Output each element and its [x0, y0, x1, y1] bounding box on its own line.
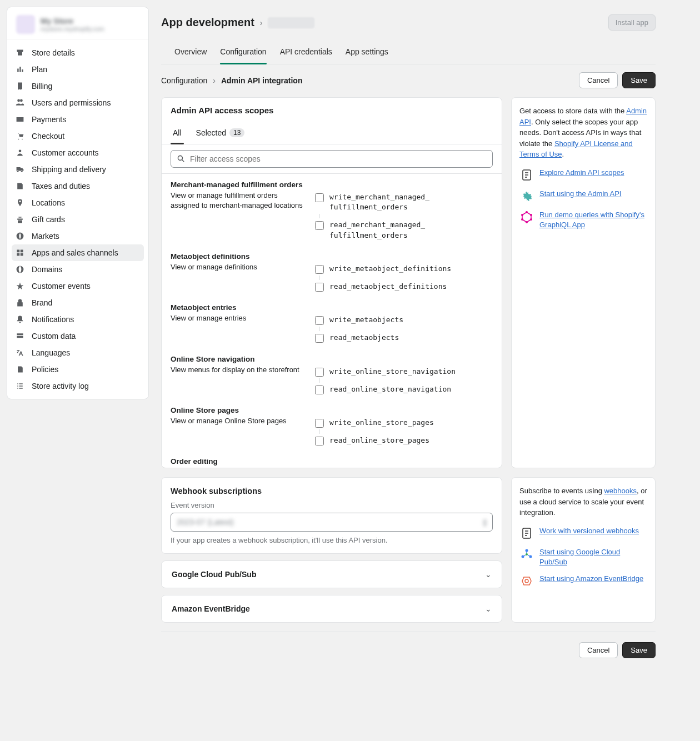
scope-tab-all[interactable]: All	[171, 123, 184, 144]
help-link[interactable]: Explore Admin API scopes	[539, 168, 624, 178]
sidebar-item-custom-data[interactable]: Custom data	[7, 328, 148, 344]
sidebar-item-apps-and-sales-channels[interactable]: Apps and sales channels	[12, 244, 144, 261]
sidebar-item-plan[interactable]: Plan	[7, 61, 148, 78]
sidebar-item-markets[interactable]: Markets	[7, 228, 148, 244]
sidebar-item-taxes-and-duties[interactable]: Taxes and duties	[7, 178, 148, 194]
sidebar-item-notifications[interactable]: Notifications	[7, 311, 148, 328]
help-link[interactable]: Start using Amazon EventBridge	[539, 574, 643, 584]
sidebar-item-locations[interactable]: Locations	[7, 194, 148, 211]
sidebar-item-label: Custom data	[32, 332, 76, 341]
scope-checkbox[interactable]	[315, 437, 324, 445]
brand-icon	[15, 298, 25, 308]
install-app-button[interactable]: Install app	[608, 14, 656, 31]
scope-group-desc: View or manage fulfillment orders assign…	[171, 191, 304, 242]
events-icon	[15, 281, 25, 291]
users-icon	[15, 98, 25, 108]
save-button[interactable]: Save	[622, 72, 656, 88]
scope-checkbox[interactable]	[315, 316, 324, 325]
chevron-right-icon: ›	[213, 76, 216, 85]
sidebar-item-shipping-and-delivery[interactable]: Shipping and delivery	[7, 161, 148, 178]
sidebar-item-billing[interactable]: Billing	[7, 78, 148, 94]
tabs: OverviewConfigurationAPI credentialsApp …	[161, 39, 656, 64]
log-icon	[15, 381, 25, 391]
scope-group-desc: View or manage definitions	[171, 262, 304, 293]
scope-tab-selected[interactable]: Selected 13	[194, 123, 247, 144]
sidebar-item-label: Locations	[32, 198, 65, 207]
tax-icon	[15, 181, 25, 191]
breadcrumb-configuration[interactable]: Configuration	[161, 76, 207, 85]
amazon-eventbridge-card[interactable]: Amazon EventBridge ⌄	[161, 595, 502, 623]
store-name: My Store	[41, 17, 104, 26]
sidebar-item-label: Markets	[32, 232, 59, 241]
sidebar-item-label: Domains	[32, 265, 62, 274]
truck-icon	[15, 164, 25, 174]
sidebar-item-label: Customer events	[32, 282, 91, 291]
policy-icon	[15, 364, 25, 374]
tab-app-settings[interactable]: App settings	[346, 39, 388, 64]
sidebar-item-domains[interactable]: Domains	[7, 261, 148, 278]
help-link[interactable]: Work with versioned webhooks	[539, 526, 639, 536]
scope-checkbox-row: read_online_store_navigation	[315, 383, 493, 396]
help-link[interactable]: Start using Google Cloud Pub/Sub	[539, 547, 647, 567]
sidebar-item-policies[interactable]: Policies	[7, 361, 148, 378]
svg-point-12	[525, 579, 528, 583]
sidebar-item-payments[interactable]: Payments	[7, 111, 148, 128]
save-button-bottom[interactable]: Save	[622, 642, 656, 658]
tab-configuration[interactable]: Configuration	[220, 39, 266, 64]
webhooks-link[interactable]: webhooks	[604, 487, 637, 495]
sidebar-item-store-activity-log[interactable]: Store activity log	[7, 378, 148, 394]
sidebar-item-checkout[interactable]: Checkout	[7, 128, 148, 144]
scope-checkbox[interactable]	[315, 283, 324, 292]
sidebar-item-languages[interactable]: Languages	[7, 344, 148, 361]
receipt-icon	[15, 81, 25, 91]
event-version-select[interactable]: 2023-07 (Latest) ▴▾	[171, 513, 493, 532]
pin-icon	[15, 198, 25, 208]
sidebar-item-label: Notifications	[32, 315, 74, 324]
scope-group-desc: View menus for display on the storefront	[171, 365, 304, 396]
tab-overview[interactable]: Overview	[174, 39, 207, 64]
scope-group: Metaobject definitions View or manage de…	[171, 246, 493, 297]
check-connector	[319, 429, 493, 434]
doc-icon	[519, 168, 534, 182]
cancel-button[interactable]: Cancel	[579, 72, 618, 88]
sidebar-item-users-and-permissions[interactable]: Users and permissions	[7, 94, 148, 111]
google-pubsub-card[interactable]: Google Cloud Pub/Sub ⌄	[161, 560, 502, 588]
help-link-row: Start using the Admin API	[519, 189, 647, 203]
sidebar-item-customer-accounts[interactable]: Customer accounts	[7, 144, 148, 161]
svg-point-8	[526, 549, 528, 552]
payments-icon	[15, 114, 25, 124]
sidebar-item-customer-events[interactable]: Customer events	[7, 278, 148, 294]
cancel-button-bottom[interactable]: Cancel	[579, 642, 618, 658]
help-link[interactable]: Run demo queries with Shopify's GraphiQL…	[539, 210, 647, 230]
tab-api-credentials[interactable]: API credentials	[280, 39, 332, 64]
sidebar-item-label: Policies	[32, 365, 58, 374]
scope-name: read_online_store_pages	[329, 435, 429, 445]
sidebar-item-brand[interactable]: Brand	[7, 294, 148, 311]
sidebar-item-label: Users and permissions	[32, 98, 111, 107]
scope-group-title: Online Store pages	[171, 406, 493, 414]
bell-icon	[15, 314, 25, 324]
pubsub-icon	[519, 547, 534, 562]
scope-checkbox[interactable]	[315, 334, 324, 343]
help-link-row: Start using Amazon EventBridge	[519, 574, 647, 588]
scope-checkbox[interactable]	[315, 368, 324, 377]
scope-checkbox[interactable]	[315, 221, 324, 230]
scope-checkbox[interactable]	[315, 419, 324, 428]
scope-checkbox[interactable]	[315, 385, 324, 394]
sidebar-item-gift-cards[interactable]: Gift cards	[7, 211, 148, 228]
eventbridge-icon	[519, 574, 534, 588]
scope-search[interactable]	[171, 150, 493, 168]
scope-group: Order editing View or manage edits to or…	[171, 450, 493, 468]
scopes-help-card: Get access to store data with the Admin …	[511, 97, 656, 468]
sidebar-item-label: Store details	[32, 48, 75, 57]
scope-checkbox[interactable]	[315, 193, 324, 202]
scope-search-input[interactable]	[190, 154, 487, 163]
help-link[interactable]: Start using the Admin API	[539, 189, 621, 199]
help-link-row: Work with versioned webhooks	[519, 526, 647, 540]
sidebar-item-label: Gift cards	[32, 215, 65, 224]
scope-checkbox[interactable]	[315, 265, 324, 274]
store-icon	[15, 48, 25, 58]
svg-point-11	[526, 553, 528, 555]
store-header[interactable]: My Store mystore.myshopify.com	[7, 7, 148, 40]
sidebar-item-store-details[interactable]: Store details	[7, 44, 148, 61]
